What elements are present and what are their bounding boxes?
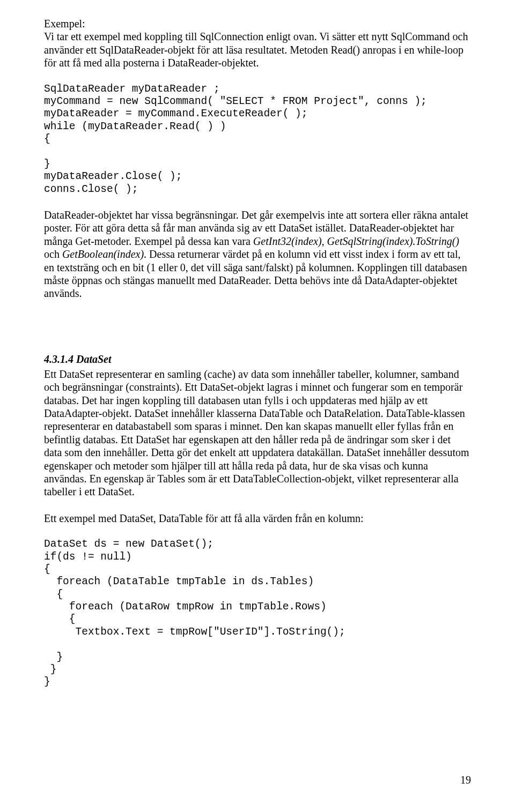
section-heading-dataset: 4.3.1.4 DataSet	[44, 353, 471, 366]
paragraph-datareader: DataReader-objektet har vissa begränsnin…	[44, 208, 471, 300]
paragraph-intro: Vi tar ett exempel med koppling till Sql…	[44, 30, 471, 69]
page-number: 19	[460, 774, 471, 786]
code-block-2: DataSet ds = new DataSet(); if(ds != nul…	[44, 538, 471, 689]
italic-method-2: GetBoolean(index)	[62, 248, 144, 260]
text-span: och	[44, 248, 62, 260]
italic-method-1: GetInt32(index), GetSqlString(index).ToS…	[253, 235, 459, 247]
document-page: Exempel: Vi tar ett exempel med koppling…	[0, 0, 515, 812]
example-label: Exempel:	[44, 17, 471, 30]
paragraph-dataset: Ett DataSet representerar en samling (ca…	[44, 368, 471, 498]
code-block-1: SqlDataReader myDataReader ; myCommand =…	[44, 83, 471, 196]
paragraph-example-intro: Ett exempel med DataSet, DataTable för a…	[44, 512, 471, 525]
